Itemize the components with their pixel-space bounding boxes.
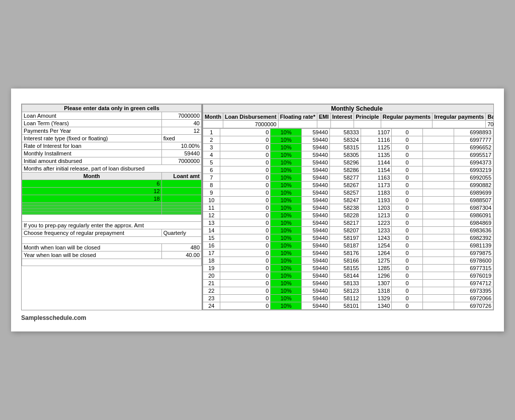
irregular-cell-18	[422, 257, 454, 265]
schedule-row-13: 13010%5944058217122306984869	[203, 219, 493, 227]
floating-cell-17: 10%	[271, 249, 302, 257]
interest-cell-5: 58296	[330, 159, 361, 166]
disbursement-cell-9: 0	[220, 189, 271, 197]
floating-cell-24: 10%	[271, 302, 302, 310]
schedule-row-4: 4010%5944058305113506995517	[203, 151, 493, 159]
floating-cell-18: 10%	[271, 257, 302, 265]
empty-cell-2	[22, 237, 202, 244]
init-irregular	[433, 121, 486, 128]
principle-cell-24: 1340	[361, 302, 392, 310]
month-12-label[interactable]: 12	[22, 188, 162, 195]
schedule-row-17: 17010%5944058176126406979875	[203, 249, 493, 257]
initial-disbursed-value[interactable]: 7000000	[161, 157, 201, 165]
interest-cell-16: 58187	[330, 242, 361, 249]
floating-cell-12: 10%	[271, 212, 302, 219]
interest-type-value[interactable]: fixed	[161, 135, 201, 142]
month-row-12: 12	[22, 188, 202, 195]
irregular-cell-21	[422, 280, 454, 287]
emi-cell-15: 59440	[302, 234, 330, 242]
init-balance-row: 7000000 7000000	[203, 121, 494, 128]
balance-cell-23: 6972066	[454, 295, 493, 302]
empty-row-3	[22, 259, 202, 266]
irregular-cell-4	[422, 151, 454, 159]
disbursement-cell-2: 0	[220, 136, 271, 144]
schedule-row-3: 3010%5944058315112506996652	[203, 144, 493, 151]
emi-cell-8: 59440	[302, 182, 330, 189]
interest-cell-9: 58257	[330, 189, 361, 197]
floating-cell-16: 10%	[271, 242, 302, 249]
loan-term-row: Loan Term (Years) 40	[22, 120, 202, 127]
init-regular	[381, 121, 432, 128]
schedule-row-6: 6010%5944058286115406993219	[203, 166, 493, 174]
principle-cell-15: 1243	[361, 234, 392, 242]
month-12-value[interactable]	[161, 188, 201, 195]
schedule-row-22: 22010%5944058123131806973395	[203, 287, 493, 295]
disbursement-cell-23: 0	[220, 295, 271, 302]
disbursement-cell-17: 0	[220, 249, 271, 257]
payments-per-year-value[interactable]: 12	[161, 127, 201, 135]
emi-cell-7: 59440	[302, 174, 330, 182]
schedule-rows-container: 1010%59440583331107069988932010%59440583…	[203, 128, 493, 310]
floating-cell-10: 10%	[271, 197, 302, 204]
disbursement-cell-24: 0	[220, 302, 271, 310]
init-interest	[330, 121, 354, 128]
emi-cell-12: 59440	[302, 212, 330, 219]
disbursement-cell-6: 0	[220, 166, 271, 174]
principle-cell-1: 1107	[361, 129, 392, 136]
month-6-value[interactable]	[161, 180, 201, 188]
initial-disbursed-row: Initial amount disbursed 7000000	[22, 157, 202, 165]
interest-cell-10: 58247	[330, 197, 361, 204]
balance-cell-11: 6987304	[454, 204, 493, 212]
regular-cell-13: 0	[392, 219, 423, 227]
month-cell-11: 11	[203, 204, 220, 212]
disbursement-cell-22: 0	[220, 287, 271, 295]
regular-cell-18: 0	[392, 257, 423, 265]
balance-cell-4: 6995517	[454, 151, 493, 159]
month-cell-14: 14	[203, 227, 220, 234]
irregular-cell-20	[422, 272, 454, 280]
principle-cell-10: 1193	[361, 197, 392, 204]
interest-type-label: Interest rate type (fixed or floating)	[22, 135, 162, 142]
interest-cell-18: 58166	[330, 257, 361, 265]
interest-type-row: Interest rate type (fixed or floating) f…	[22, 135, 202, 142]
month-18-label[interactable]: 18	[22, 195, 162, 203]
regular-cell-4: 0	[392, 151, 423, 159]
month-cell-13: 13	[203, 219, 220, 227]
irregular-cell-11	[422, 204, 454, 212]
interest-rate-value[interactable]: 10.00%	[161, 142, 201, 150]
principle-cell-3: 1125	[361, 144, 392, 151]
irregular-cell-2	[422, 136, 454, 144]
principle-cell-17: 1264	[361, 249, 392, 257]
disbursement-cell-8: 0	[220, 182, 271, 189]
month-18-value[interactable]	[161, 195, 201, 203]
interest-cell-14: 58207	[330, 227, 361, 234]
month-cell-15: 15	[203, 234, 220, 242]
balance-cell-12: 6986091	[454, 212, 493, 219]
close-year-value: 40.00	[161, 251, 201, 259]
loan-term-value[interactable]: 40	[161, 120, 201, 127]
footer: Samplesschedule.com	[21, 314, 494, 321]
init-disbursement: 7000000	[223, 121, 278, 128]
month-6-label[interactable]: 6	[22, 180, 162, 188]
month-cell-20: 20	[203, 272, 220, 280]
prepay-freq-value[interactable]: Quarterly	[161, 229, 201, 237]
schedule-row-7: 7010%5944058277116306992055	[203, 174, 493, 182]
loan-amount-value[interactable]: 7000000	[161, 112, 201, 120]
principle-cell-23: 1329	[361, 295, 392, 302]
emi-cell-14: 59440	[302, 227, 330, 234]
emi-cell-2: 59440	[302, 136, 330, 144]
col-header-row: Month Loan Disbursement Floating rate* E…	[203, 113, 494, 121]
init-principle	[354, 121, 381, 128]
emi-cell-19: 59440	[302, 265, 330, 272]
interest-cell-7: 58277	[330, 174, 361, 182]
schedule-row-5: 5010%5944058296114406994373	[203, 159, 493, 166]
irregular-cell-17	[422, 249, 454, 257]
init-emi	[317, 121, 330, 128]
regular-cell-6: 0	[392, 166, 423, 174]
month-cell-12: 12	[203, 212, 220, 219]
disbursement-cell-11: 0	[220, 204, 271, 212]
disbursement-cell-1: 0	[220, 129, 271, 136]
schedule-row-14: 14010%5944058207123306983636	[203, 227, 493, 234]
schedule-table: Monthly Schedule Month Loan Disbursement…	[203, 104, 493, 128]
principle-cell-9: 1183	[361, 189, 392, 197]
